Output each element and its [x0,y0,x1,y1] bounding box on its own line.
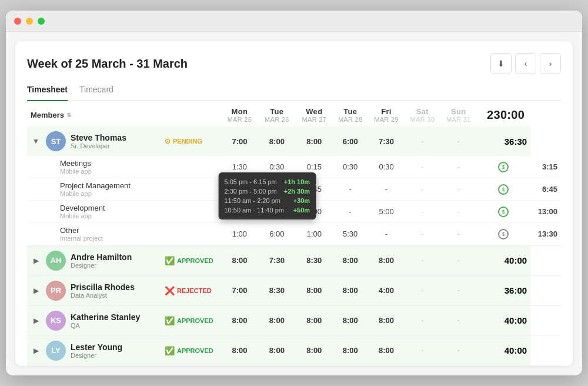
task-icon-cell: $ [476,201,530,223]
task-hours-3[interactable]: - [332,201,368,223]
task-hours-5[interactable]: - [405,201,440,223]
status-badge: ✅ APPROVED [160,314,218,327]
sun-header: Sun MAR 31 [440,101,476,127]
person-hours-3: 6:00 [332,127,368,156]
person-hours-3: 8:00 [332,336,368,365]
task-hours-6[interactable]: - [440,201,476,223]
person-name: Steve Thomas [71,133,126,142]
task-hours-4[interactable]: 5:00 [368,201,404,223]
task-hours-2[interactable]: 1:00 [296,223,332,245]
task-total: 13:00 [530,201,561,223]
prev-week-button[interactable]: ‹ [515,53,536,74]
task-hours-5[interactable]: - [405,223,440,245]
nav-buttons: ⬇ ‹ › [490,53,561,74]
task-hours-1[interactable]: 6:00 [258,223,296,245]
person-hours-6: - [440,246,476,275]
task-hours-6[interactable]: - [440,178,476,201]
minimize-dot[interactable] [26,18,33,25]
expand-button[interactable]: ▶ [31,315,41,326]
expand-button[interactable]: ▼ [31,136,41,147]
task-hours-4[interactable]: 0:30 [368,156,404,178]
person-hours-1: 8:30 [258,276,296,305]
person-info: Lester Young Designer [71,342,122,359]
task-icon-dollar: $ [498,229,509,239]
members-label: Members [31,111,64,119]
next-week-button[interactable]: › [540,53,561,74]
person-row: ▶ AH Andre Hamilton Designer ✅ APPROVED … [27,246,561,275]
close-dot[interactable] [14,18,21,25]
status-cell: ✅ APPROVED [156,306,222,335]
tab-timesheet[interactable]: Timesheet [27,81,68,101]
task-row: Project Management Mobile app 0:30 01:30… [27,178,561,201]
task-icon: $ [498,184,509,195]
person-hours-4: 8:00 [368,246,404,275]
task-name: Meetings [60,159,153,168]
task-hours-3[interactable]: 0:30 [332,156,368,178]
task-hours-3[interactable]: - [332,178,368,201]
tab-timecard[interactable]: Timecard [79,81,113,101]
task-status-cell [156,178,222,201]
person-row: ▼ ST Steve Thomas Sr. Developer ⊙ PENDIN… [27,127,561,156]
wed-header: Wed MAR 27 [296,101,332,127]
person-info: Andre Hamilton Designer [71,252,132,269]
person-hours-6: - [440,336,476,365]
person-hours-0: 8:00 [222,336,258,365]
person-role: Designer [71,352,122,359]
person-name-cell: ▶ LY Lester Young Designer [27,336,156,365]
person-total: 40:00 [476,336,530,365]
thu-header: Tue MAR 28 [332,101,368,127]
header-row: Week of 25 March - 31 March ⬇ ‹ › [27,53,561,74]
avatar: LY [46,341,66,361]
person-hours-4: 7:30 [368,127,404,156]
person-total: 36:00 [476,276,530,305]
person-hours-0: 7:00 [222,127,258,156]
task-hours-4[interactable]: - [368,178,404,201]
expand-button[interactable]: ▶ [31,285,41,296]
task-hours-3[interactable]: 5:30 [332,223,368,245]
person-hours-2: 8:00 [296,306,332,335]
download-button[interactable]: ⬇ [490,53,512,74]
person-hours-3: 8:00 [332,246,368,275]
person-total: 40:00 [476,306,530,335]
expand-button[interactable]: ▶ [31,255,41,266]
sort-icon[interactable]: ⇅ [66,112,71,118]
person-hours-5: - [405,306,440,335]
task-hours-6[interactable]: - [440,156,476,178]
task-hours-5[interactable]: - [405,178,440,201]
table-wrapper: Members ⇅ Mon MAR 25 Tue MAR 26 [27,101,561,366]
person-hours-1: 7:30 [258,246,296,275]
task-icon: $ [498,162,509,172]
task-hours-5[interactable]: - [405,156,440,178]
status-badge: ⊙ PENDING [160,135,207,147]
person-hours-3: 8:00 [332,276,368,305]
person-hours-0: 7:00 [222,276,258,305]
status-badge: ✅ APPROVED [160,344,218,357]
person-name: Andre Hamilton [71,252,132,262]
task-hours-0[interactable]: 1:00 [222,223,258,245]
person-role: Designer [71,262,132,269]
maximize-dot[interactable] [38,18,45,25]
task-hours-4[interactable]: - [368,223,404,245]
task-sub: Internal project [60,235,153,242]
person-hours-4: 8:00 [368,336,404,365]
person-hours-1: 8:00 [258,127,296,156]
expand-button[interactable]: ▶ [31,345,41,356]
total-header: 230:00 [476,101,530,127]
person-role: Sr. Developer [71,142,126,149]
avatar: ST [46,131,66,151]
person-hours-2: 8:00 [296,276,332,305]
task-total: 6:45 [530,178,561,201]
task-name: Other [60,226,153,235]
editing-cell[interactable]: 01:30 5:05 pm - 6:15 pm+1h 10m2:30 pm - … [258,178,296,201]
task-icon-cell: $ [476,223,530,245]
task-label-cell: Meetings Mobile app [27,156,156,178]
person-total: 40:00 [476,246,530,275]
task-status-cell [156,223,222,245]
task-label-cell: Project Management Mobile app [27,178,156,201]
task-label-cell: Other Internal project [27,223,156,245]
task-hours-6[interactable]: - [440,223,476,245]
task-status-cell [156,156,222,178]
avatar: KS [46,311,66,331]
person-name: Lester Young [71,342,122,352]
person-hours-6: - [440,306,476,335]
